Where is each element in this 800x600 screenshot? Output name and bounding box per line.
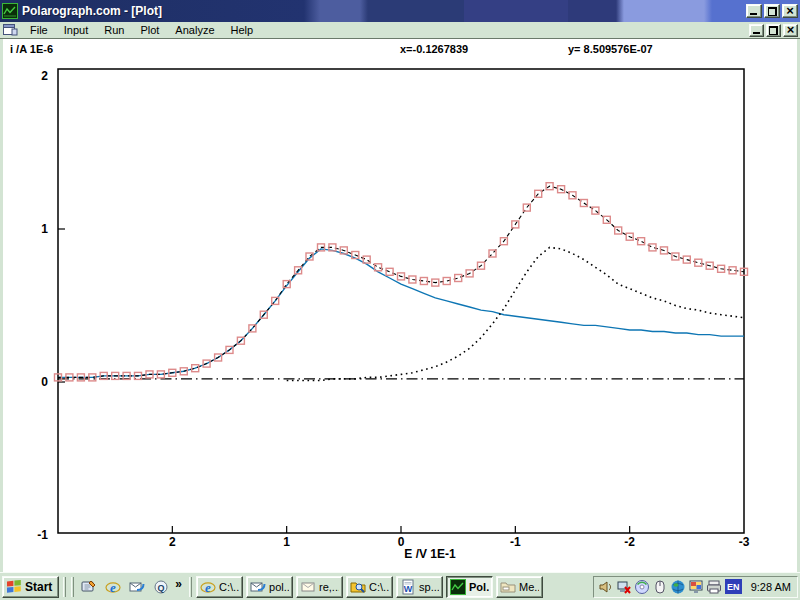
start-button[interactable]: Start — [2, 576, 59, 598]
windows-logo-icon — [6, 579, 22, 594]
svg-text:2: 2 — [41, 69, 48, 83]
svg-text:-1: -1 — [37, 528, 48, 542]
svg-text:0: 0 — [41, 375, 48, 389]
task-label: pol... — [269, 581, 289, 593]
task-button-polarograph[interactable]: Pol... — [446, 576, 493, 598]
outlook-express-icon — [129, 579, 145, 595]
svg-text:1: 1 — [41, 222, 48, 236]
close-icon: × — [786, 6, 794, 16]
close-button[interactable]: × — [782, 4, 798, 18]
minimize-icon — [750, 13, 757, 15]
taskbar: Start eQ » eC:\...pol...re,...C:\...Wsp.… — [0, 572, 800, 600]
network-disconnected-icon — [616, 579, 632, 595]
toolbar-grip[interactable] — [189, 577, 192, 597]
minimize-button[interactable] — [746, 4, 762, 18]
child-close-button[interactable]: × — [783, 24, 798, 37]
explorer-search-icon — [350, 579, 366, 595]
task-label: Me... — [519, 581, 539, 593]
cursor-x-readout: x=-0.1267839 — [400, 43, 468, 55]
task-label: C:\... — [219, 581, 239, 593]
menu-help[interactable]: Help — [223, 23, 262, 37]
taskbar-clock[interactable]: 9:28 AM — [745, 581, 791, 593]
task-button-envelope[interactable]: re,... — [296, 576, 343, 598]
desktop: Polarograph.com - [Plot] × FileInputRunP… — [0, 0, 800, 600]
svg-text:-1: -1 — [510, 535, 521, 549]
cursor-y-readout: y= 8.509576E-07 — [568, 43, 653, 55]
printer-tray-icon[interactable] — [706, 579, 722, 595]
menu-input[interactable]: Input — [56, 23, 96, 37]
internet-explorer-quicklaunch-button[interactable]: e — [102, 576, 124, 598]
window-title: Polarograph.com - [Plot] — [22, 4, 746, 18]
axis-frame — [58, 69, 744, 533]
menu-run[interactable]: Run — [96, 23, 132, 37]
volume-tray-icon[interactable] — [598, 579, 614, 595]
series-component-1-fit — [58, 249, 744, 378]
y-axis: 210-1 — [37, 69, 65, 542]
quicktime-player-icon: Q — [153, 579, 169, 595]
mouse-tray-icon[interactable] — [652, 579, 668, 595]
x-axis: 210-1-2-3E /V 1E-1 — [169, 526, 750, 561]
task-button-outlook-express[interactable]: pol... — [246, 576, 293, 598]
svg-text:-2: -2 — [624, 535, 635, 549]
x-axis-label: E /V 1E-1 — [404, 547, 456, 561]
quicktime-player-quicklaunch-button[interactable]: Q — [150, 576, 172, 598]
toolbar-grip[interactable] — [71, 577, 74, 597]
svg-text:e: e — [110, 579, 116, 594]
task-label: sp... — [419, 581, 439, 593]
quick-launch-overflow-chevron[interactable]: » — [175, 577, 185, 597]
volume-icon — [598, 579, 614, 595]
minimize-icon — [753, 32, 760, 34]
restore-icon — [768, 7, 777, 16]
toolbar-grip[interactable] — [63, 577, 66, 597]
start-label: Start — [25, 580, 52, 594]
menubar: FileInputRunPlotAnalyzeHelp × — [0, 22, 800, 39]
svg-text:W: W — [404, 584, 413, 594]
internet-explorer-icon: e — [200, 579, 216, 595]
internet-explorer-icon: e — [105, 579, 121, 595]
plot-client-area: i /A 1E-6 x=-0.1267839 y= 8.509576E-07 2… — [0, 39, 800, 572]
word-document-icon: W — [400, 579, 416, 595]
window-controls: × — [746, 4, 798, 18]
outlook-express-quicklaunch-button[interactable] — [126, 576, 148, 598]
mdi-child-icon — [2, 23, 18, 37]
windows-update-icon — [634, 579, 650, 595]
plot-svg[interactable]: 210-1-2-3E /V 1E-1210-1 — [0, 39, 800, 572]
child-restore-button[interactable] — [766, 24, 781, 37]
app-icon[interactable] — [2, 3, 18, 19]
system-tray: EN 9:28 AM — [593, 576, 798, 598]
task-button-folder[interactable]: Me... — [496, 576, 543, 598]
task-button-word-document[interactable]: Wsp... — [396, 576, 443, 598]
windows-update-tray-icon[interactable] — [634, 579, 650, 595]
series-measured-data — [58, 186, 744, 377]
internet-globe-icon — [670, 579, 686, 595]
menu-plot[interactable]: Plot — [132, 23, 167, 37]
svg-text:2: 2 — [169, 535, 176, 549]
task-label: Pol... — [469, 581, 489, 593]
tray-icon-list — [598, 579, 722, 595]
mouse-icon — [652, 579, 668, 595]
svg-text:e: e — [205, 579, 211, 594]
polarograph-icon — [450, 579, 466, 595]
child-minimize-button[interactable] — [749, 24, 764, 37]
svg-text:1: 1 — [283, 535, 290, 549]
task-button-explorer-search[interactable]: C:\... — [346, 576, 393, 598]
titlebar: Polarograph.com - [Plot] × — [0, 0, 800, 22]
menu-analyze[interactable]: Analyze — [167, 23, 222, 37]
network-disconnected-tray-icon[interactable] — [616, 579, 632, 595]
task-buttons: eC:\...pol...re,...C:\...Wsp...Pol...Me.… — [196, 576, 543, 598]
language-indicator[interactable]: EN — [725, 579, 742, 594]
y-axis-unit-label: i /A 1E-6 — [10, 43, 53, 55]
folder-icon — [500, 579, 516, 595]
show-desktop-quicklaunch-button[interactable] — [78, 576, 100, 598]
internet-globe-tray-icon[interactable] — [670, 579, 686, 595]
task-label: re,... — [319, 581, 339, 593]
restore-button[interactable] — [764, 4, 780, 18]
task-button-internet-explorer[interactable]: eC:\... — [196, 576, 243, 598]
plot-readout-row: i /A 1E-6 x=-0.1267839 y= 8.509576E-07 — [0, 43, 800, 57]
menu-file[interactable]: File — [22, 23, 56, 37]
plot-window-icon[interactable] — [2, 23, 18, 37]
show-desktop-icon — [81, 579, 97, 595]
outlook-express-icon — [250, 579, 266, 595]
display-settings-tray-icon[interactable] — [688, 579, 704, 595]
close-icon: × — [787, 25, 795, 35]
